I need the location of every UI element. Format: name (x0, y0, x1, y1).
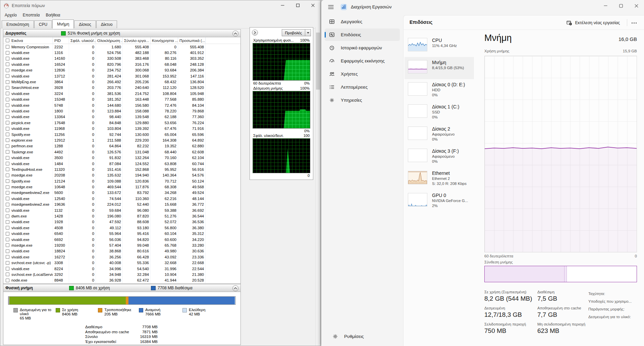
column-header[interactable]: PID (53, 37, 69, 44)
row-checkbox[interactable] (6, 115, 9, 119)
process-row[interactable]: vivaldi.exe57480144.680156.58072.47684.1… (3, 102, 240, 108)
process-row[interactable]: vivaldi.exe3500091.832132.26470.16062.10… (3, 155, 240, 160)
column-header[interactable]: Εικόνα (3, 37, 53, 44)
perf-item-Μνήμη[interactable]: Μνήμη8,4/15,9 GB (53%) (405, 57, 474, 79)
process-row[interactable]: TextInputHost.exe113200151.416152.86895.… (3, 166, 240, 172)
row-checkbox[interactable] (6, 62, 9, 66)
menu-item[interactable]: Αρχείο (2, 12, 20, 18)
views-label[interactable]: Προβολές (282, 29, 305, 36)
process-row[interactable]: svchost.exe (utcsvc -p)3308040.00855.336… (3, 260, 240, 265)
row-checkbox[interactable] (6, 57, 9, 60)
process-row[interactable]: msedgewebview2.exe56000133.67283.79234.2… (3, 190, 240, 196)
taskman-titlebar[interactable]: Διαχείριση Εργασιών (321, 0, 644, 15)
row-checkbox[interactable] (6, 150, 9, 154)
sidebar-item[interactable]: Διεργασίες (325, 15, 400, 28)
menu-item[interactable]: Εποπτεία (20, 12, 43, 18)
process-row[interactable]: vivaldi.exe137120281.424301.068153.95214… (3, 73, 240, 79)
process-row[interactable]: msedge.exe202080135.632194.940140.36454.… (3, 172, 240, 178)
minimize-button[interactable] (275, 1, 290, 10)
row-checkbox[interactable] (6, 51, 9, 55)
collapse-physical-memory-button[interactable] (232, 285, 238, 291)
row-checkbox[interactable] (6, 214, 9, 218)
row-checkbox[interactable] (6, 208, 9, 212)
row-checkbox[interactable] (6, 267, 9, 270)
row-checkbox[interactable] (6, 133, 9, 136)
perf-item-Δίσκος 0 (D: E:)[interactable]: Δίσκος 0 (D: E:)HDD0% (405, 79, 474, 101)
process-row[interactable]: node.exe8848036.92862.47241.94420.528 (3, 278, 240, 283)
sidebar-item[interactable]: Υπηρεσίες (325, 94, 400, 106)
select-all-checkbox[interactable] (6, 39, 9, 42)
minimize-button[interactable] (598, 0, 613, 11)
row-checkbox[interactable] (6, 279, 9, 282)
process-row[interactable]: Spotify.exe11256092.744130.60065.00465.5… (3, 132, 240, 137)
row-checkbox[interactable] (6, 156, 9, 160)
process-row[interactable]: vivaldi.exe13160524.756482.18880.276401.… (3, 50, 240, 55)
row-checkbox[interactable] (6, 144, 9, 148)
row-checkbox[interactable] (6, 273, 9, 276)
row-checkbox[interactable] (6, 121, 9, 125)
expand-graphs-button[interactable] (252, 30, 258, 36)
process-row[interactable]: msedge.exe106480469.544117.87668.30849.5… (3, 184, 240, 190)
process-row[interactable]: vivaldi.exe165240820.796316.17668.048248… (3, 61, 240, 67)
process-row[interactable]: msedgewebview2.exe196360224.01252.44015.… (3, 202, 240, 207)
row-checkbox[interactable] (6, 98, 9, 101)
row-checkbox[interactable] (6, 127, 9, 131)
process-row[interactable]: vivaldi.exe1132059.68496.08059.38836.692 (3, 207, 240, 213)
process-row[interactable]: vivaldi.exe1928047.59288.60852.07236.536 (3, 219, 240, 225)
perf-item-GPU 0[interactable]: GPU 0NVIDIA GeForce G...2% (405, 190, 474, 212)
maximize-button[interactable] (613, 0, 629, 11)
scrollbar[interactable] (315, 27, 320, 346)
row-checkbox[interactable] (6, 92, 9, 95)
maximize-button[interactable] (290, 1, 305, 10)
column-header[interactable]: Προσωπικά (... (178, 37, 206, 44)
process-row[interactable]: svchost.exe (LocalServiceNo...3292034.94… (3, 271, 240, 277)
row-checkbox[interactable] (6, 197, 9, 200)
row-checkbox[interactable] (6, 179, 9, 183)
process-row[interactable]: Spotify.exe121240109.088120.83670.71250.… (3, 178, 240, 184)
row-checkbox[interactable] (6, 249, 9, 253)
scrollbar-thumb[interactable] (316, 33, 320, 90)
process-row[interactable]: vivaldi.exe119680103.804139.39267.47671.… (3, 126, 240, 131)
row-checkbox[interactable] (6, 103, 9, 107)
process-row[interactable]: vivaldi.exe6692056.03694.82060.60034.220 (3, 237, 240, 242)
process-row[interactable]: perfmon.exe1288064.86482.23219.35262.880 (3, 143, 240, 149)
sidebar-item[interactable]: Επιδόσεις (325, 29, 400, 41)
sidebar-item[interactable]: Χρήστες (325, 68, 400, 80)
sidebar-item[interactable]: Ιστορικό εφαρμογών (325, 42, 400, 54)
close-button[interactable] (629, 0, 644, 11)
process-row[interactable]: msedge.exe128360234.752300.06893.684206.… (3, 67, 240, 73)
perf-item-Δίσκος 1 (C:)[interactable]: Δίσκος 1 (C:)SSD0% (405, 101, 474, 123)
process-row[interactable]: dwm.exe14280196.08087.82051.27636.544 (3, 213, 240, 219)
process-row[interactable]: picpick.exe17648084.848129.88053.65676.2… (3, 120, 240, 126)
row-checkbox[interactable] (6, 80, 9, 84)
process-row[interactable]: vivaldi.exe6540055.96495.41660.10435.312 (3, 231, 240, 237)
close-button[interactable] (305, 1, 320, 10)
process-row[interactable]: SearchHost.exe39280203.776240.640112.120… (3, 85, 240, 91)
row-checkbox[interactable] (6, 162, 9, 165)
process-row[interactable]: vivaldi.exe8224034.99654.54031.99622.544 (3, 266, 240, 271)
process-row[interactable]: vivaldi.exe18824038.86880.61649.98030.63… (3, 248, 240, 254)
process-row[interactable]: vivaldi.exe16272036.25666.42843.09223.33… (3, 254, 240, 260)
row-checkbox[interactable] (6, 138, 9, 142)
process-row[interactable]: msedge.exe19200057.40499.04865.76833.280 (3, 242, 240, 248)
process-row[interactable]: vivaldi.exe141600330.508383.46880.116303… (3, 56, 240, 61)
row-checkbox[interactable] (6, 238, 9, 241)
row-checkbox[interactable] (6, 261, 9, 265)
perf-item-Ethernet[interactable]: EthernetEthernet 2S: 32,0 R: 208 Kbps (405, 168, 474, 190)
process-row[interactable]: MsMpEng.exe38640266.492205.23668.432136.… (3, 79, 240, 85)
tab-Μνήμη[interactable]: Μνήμη (52, 19, 74, 29)
process-row[interactable]: Memory Compression223201.680555.4080555.… (3, 44, 240, 50)
process-row[interactable]: explorer.exe129121211.588229.200164.3086… (3, 137, 240, 143)
sidebar-item[interactable]: Λεπτομέρειες (325, 81, 400, 93)
process-row[interactable]: vivaldi.exe18000123.884158.08878.22079.8… (3, 108, 240, 114)
row-checkbox[interactable] (6, 203, 9, 206)
perf-item-Δίσκος 2[interactable]: Δίσκος 2Αφαιρούμενο0% (405, 123, 474, 146)
row-checkbox[interactable] (6, 220, 9, 224)
resmon-titlebar[interactable]: Εποπτεία πόρων (0, 0, 320, 11)
collapse-processes-button[interactable] (232, 31, 238, 37)
process-row[interactable]: vivaldi.exe4508049.11293.18056.80036.380 (3, 225, 240, 231)
row-checkbox[interactable] (6, 45, 9, 49)
sidebar-item-settings[interactable]: Ρυθμίσεις (328, 330, 396, 343)
row-checkbox[interactable] (6, 243, 9, 247)
sidebar-item[interactable]: Εφαρμογές εκκίνησης (325, 55, 400, 67)
